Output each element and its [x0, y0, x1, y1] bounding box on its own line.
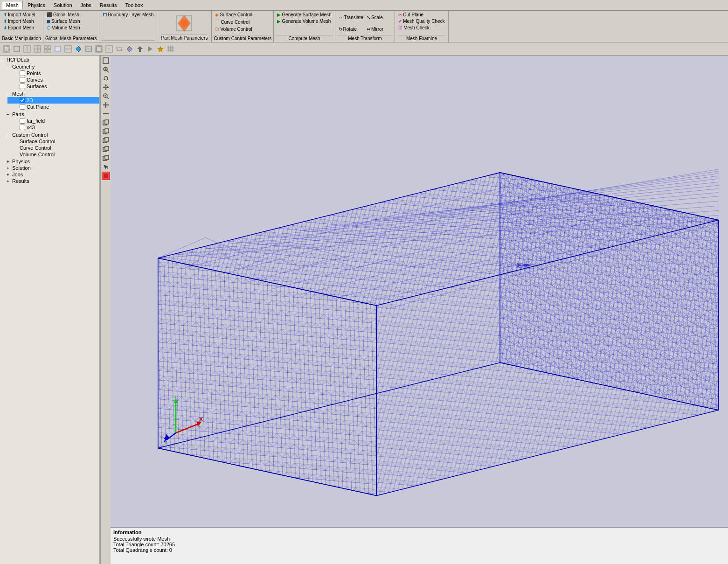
icon-tb-btn-12[interactable]: [115, 44, 124, 54]
far-field-item[interactable]: far_field: [7, 118, 99, 124]
cut-plane-checkbox[interactable]: [20, 104, 25, 110]
solution-item[interactable]: + Solution: [0, 165, 99, 171]
pan-icon[interactable]: [102, 83, 110, 91]
mesh-label[interactable]: − Mesh: [0, 91, 99, 97]
points-checkbox[interactable]: [20, 70, 25, 76]
surface-control-item[interactable]: Surface Control: [7, 138, 99, 145]
fit-view-icon[interactable]: [102, 56, 110, 65]
mesh-children: 2D Cut Plane: [0, 97, 99, 110]
boundary-layer-button[interactable]: ⧠ Boundary Layer Mesh: [101, 12, 155, 18]
surfaces-item[interactable]: Surfaces: [7, 83, 99, 90]
cut-plane-button[interactable]: ✂ Cut Plane: [397, 12, 446, 18]
custom-control-toggle[interactable]: −: [7, 132, 12, 138]
tree-root-label[interactable]: − HCFDLab: [0, 56, 99, 63]
menu-physics[interactable]: Physics: [24, 1, 49, 9]
tree-toggle-root[interactable]: −: [1, 57, 7, 63]
export-mesh-button[interactable]: ⬇ Export Mesh: [2, 25, 41, 31]
mesh-text: Mesh: [12, 91, 25, 97]
geometry-toggle[interactable]: −: [7, 64, 12, 70]
physics-toggle[interactable]: +: [7, 159, 12, 164]
volume-control-button[interactable]: ⬡ Volume Control: [214, 26, 271, 32]
copy-icon-1[interactable]: [102, 118, 110, 127]
icon-tb-btn-4[interactable]: [33, 44, 42, 54]
mirror-button[interactable]: ⇔ Mirror: [365, 24, 393, 35]
scale-button[interactable]: ⤡ Scale: [365, 12, 393, 23]
icon-tb-btn-3[interactable]: [22, 44, 32, 54]
mesh-check-icon: ☑: [398, 25, 402, 30]
x43-checkbox[interactable]: [20, 125, 25, 130]
zoom-in-icon[interactable]: [102, 92, 110, 100]
gen-surface-mesh-button[interactable]: ▶ Generate Surface Mesh: [276, 12, 333, 18]
icon-tb-btn-1[interactable]: [2, 44, 11, 54]
curve-control-button[interactable]: ⌒ Curve Control: [214, 18, 271, 26]
rotate-view-icon[interactable]: [102, 74, 110, 83]
x43-item[interactable]: x43: [7, 124, 99, 131]
icon-tb-btn-13[interactable]: [125, 44, 134, 54]
icon-tb-btn-5[interactable]: [43, 44, 52, 54]
2d-checkbox[interactable]: [20, 97, 25, 103]
jobs-toggle[interactable]: +: [7, 172, 12, 177]
mesh-quality-button[interactable]: ✔ Mesh Quality Check: [397, 18, 446, 24]
volume-control-item[interactable]: Volume Control: [7, 151, 99, 158]
import-mesh-button[interactable]: ⬆ Import Mesh: [2, 18, 41, 24]
menu-mesh[interactable]: Mesh: [2, 1, 23, 9]
far-field-checkbox[interactable]: [20, 118, 25, 124]
custom-control-tree-label[interactable]: − Custom Control: [0, 132, 99, 138]
results-toggle[interactable]: +: [7, 179, 12, 184]
curves-item[interactable]: Curves: [7, 77, 99, 83]
physics-text: Physics: [12, 159, 30, 164]
surfaces-checkbox[interactable]: [20, 84, 25, 89]
translate-button[interactable]: ↔ Translate: [337, 12, 365, 23]
icon-tb-btn-2[interactable]: [12, 44, 21, 54]
parts-label[interactable]: − Parts: [0, 111, 99, 118]
zoom-extents-icon[interactable]: [102, 65, 110, 74]
gen-volume-mesh-button[interactable]: ▶ Generate Volume Mesh: [276, 18, 333, 24]
copy-icon-3[interactable]: [102, 136, 110, 145]
select-arrow-icon[interactable]: [102, 163, 110, 171]
points-item[interactable]: Points: [7, 70, 99, 77]
subtract-icon[interactable]: [102, 110, 110, 118]
icon-tb-btn-6[interactable]: [53, 44, 62, 54]
curve-control-item[interactable]: Curve Control: [7, 145, 99, 151]
surface-control-button[interactable]: ◈ Surface Control: [214, 12, 271, 18]
icon-tb-btn-9[interactable]: [84, 44, 93, 54]
quality-check-icon: ✔: [398, 19, 402, 24]
icon-tb-btn-14[interactable]: [135, 44, 145, 54]
results-item[interactable]: + Results: [0, 178, 99, 184]
3d-viewport[interactable]: Y X Z: [111, 56, 728, 527]
icon-tb-btn-7[interactable]: [63, 44, 73, 54]
volume-mesh-button[interactable]: ⬡ Volume Mesh: [45, 25, 97, 31]
icon-tb-btn-17[interactable]: [166, 44, 175, 54]
curves-checkbox[interactable]: [20, 77, 25, 83]
rotate-button[interactable]: ↻ Rotate: [337, 24, 365, 35]
svg-rect-11: [44, 46, 47, 49]
menu-jobs[interactable]: Jobs: [77, 1, 95, 9]
import-model-button[interactable]: ⬆ Import Model: [2, 12, 41, 18]
jobs-item[interactable]: + Jobs: [0, 171, 99, 178]
2d-item[interactable]: 2D: [7, 97, 99, 104]
parts-toggle[interactable]: −: [7, 112, 12, 117]
icon-tb-btn-10[interactable]: [94, 44, 104, 54]
icon-tb-btn-8[interactable]: [74, 44, 83, 54]
global-mesh-button[interactable]: ⬛ Global Mesh: [45, 12, 97, 18]
copy-icon-4[interactable]: [102, 145, 110, 153]
toolbar-part-mesh: Part Mesh Parameters: [157, 11, 212, 42]
menu-results[interactable]: Results: [96, 1, 121, 9]
copy-icon-5[interactable]: [102, 154, 110, 162]
mesh-check-button[interactable]: ☑ Mesh Check: [397, 25, 446, 31]
icon-tb-btn-16[interactable]: [156, 44, 165, 54]
toolbar-mesh-transform: ↔ Translate ⤡ Scale ↻ Rotate ⇔ Mirror Me…: [335, 11, 395, 42]
menu-toolbox[interactable]: Toolbox: [122, 1, 147, 9]
cut-plane-item[interactable]: Cut Plane: [7, 104, 99, 110]
menu-solution[interactable]: Solution: [50, 1, 76, 9]
icon-tb-btn-11[interactable]: [104, 44, 114, 54]
mesh-toggle[interactable]: −: [7, 91, 12, 97]
surface-mesh-button[interactable]: ◼ Surface Mesh: [45, 18, 97, 24]
copy-icon-2[interactable]: [102, 127, 110, 136]
active-red-icon[interactable]: [102, 172, 110, 180]
physics-item[interactable]: + Physics: [0, 158, 99, 165]
solution-toggle[interactable]: +: [7, 166, 12, 171]
icon-tb-btn-15[interactable]: [146, 44, 155, 54]
geometry-label[interactable]: − Geometry: [0, 63, 99, 70]
add-point-icon[interactable]: [102, 101, 110, 109]
